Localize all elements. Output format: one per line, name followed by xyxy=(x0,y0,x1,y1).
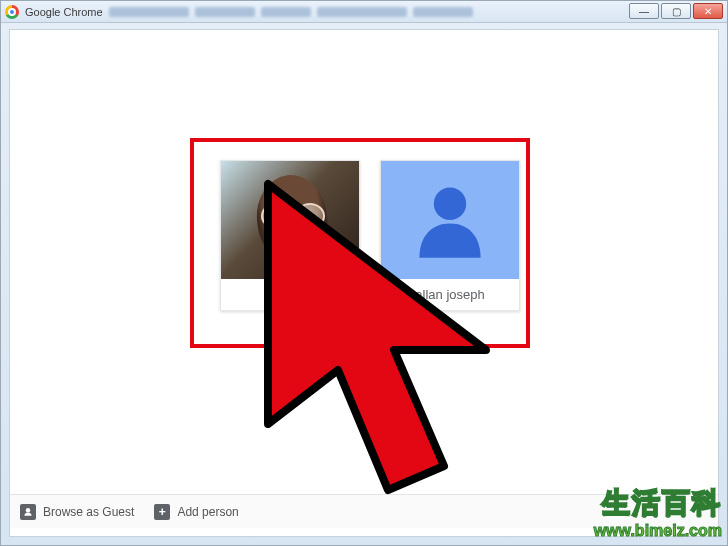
svg-point-0 xyxy=(434,188,466,220)
browse-as-guest-button[interactable]: Browse as Guest xyxy=(20,504,134,520)
svg-point-1 xyxy=(26,508,30,512)
app-window: Google Chrome — ▢ ✕ allan xyxy=(0,0,728,546)
tab-blur xyxy=(413,7,473,17)
bottom-bar: Browse as Guest + Add person xyxy=(10,494,718,528)
titlebar: Google Chrome — ▢ ✕ xyxy=(1,1,727,23)
minimize-button[interactable]: — xyxy=(629,3,659,19)
tab-blur xyxy=(317,7,407,17)
profile-name: allan joseph xyxy=(381,279,519,310)
browse-as-guest-label: Browse as Guest xyxy=(43,505,134,519)
chrome-icon xyxy=(5,5,19,19)
guest-icon xyxy=(20,504,36,520)
person-icon xyxy=(405,175,495,265)
maximize-button[interactable]: ▢ xyxy=(661,3,691,19)
add-person-label: Add person xyxy=(177,505,238,519)
profile-card[interactable]: allan joseph xyxy=(380,160,520,311)
client-area: allan allan joseph Browse as Guest xyxy=(9,29,719,537)
window-controls: — ▢ ✕ xyxy=(629,3,723,19)
close-button[interactable]: ✕ xyxy=(693,3,723,19)
profile-avatar-generic xyxy=(381,161,519,279)
profile-list: allan allan joseph xyxy=(220,160,520,311)
window-title: Google Chrome xyxy=(25,6,103,18)
tab-blur xyxy=(195,7,255,17)
profile-name: allan xyxy=(221,279,359,310)
profile-card[interactable]: allan xyxy=(220,160,360,311)
tab-blur xyxy=(261,7,311,17)
profile-avatar-photo xyxy=(221,161,359,279)
add-person-button[interactable]: + Add person xyxy=(154,504,238,520)
plus-icon: + xyxy=(154,504,170,520)
tab-blur xyxy=(109,7,189,17)
